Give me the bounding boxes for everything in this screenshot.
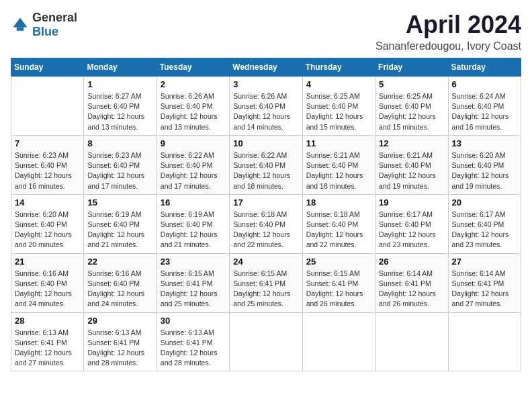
day-info: Sunrise: 6:14 AM Sunset: 6:41 PM Dayligh…	[452, 269, 517, 310]
day-number: 18	[306, 197, 371, 208]
day-info: Sunrise: 6:27 AM Sunset: 6:40 PM Dayligh…	[87, 91, 152, 132]
month-title: April 2024	[375, 11, 521, 39]
day-number: 24	[233, 257, 298, 267]
day-info: Sunrise: 6:22 AM Sunset: 6:40 PM Dayligh…	[161, 150, 226, 191]
day-info: Sunrise: 6:21 AM Sunset: 6:40 PM Dayligh…	[379, 150, 444, 191]
calendar-cell	[375, 312, 448, 371]
logo-icon	[11, 15, 30, 34]
day-info: Sunrise: 6:13 AM Sunset: 6:41 PM Dayligh…	[15, 328, 80, 369]
day-number: 23	[161, 257, 226, 267]
calendar-cell: 29Sunrise: 6:13 AM Sunset: 6:41 PM Dayli…	[84, 312, 157, 371]
calendar-week-4: 21Sunrise: 6:16 AM Sunset: 6:40 PM Dayli…	[11, 253, 521, 312]
calendar-cell: 22Sunrise: 6:16 AM Sunset: 6:40 PM Dayli…	[84, 253, 157, 312]
logo: General Blue	[11, 11, 77, 39]
day-info: Sunrise: 6:19 AM Sunset: 6:40 PM Dayligh…	[161, 210, 226, 250]
calendar-cell	[11, 77, 84, 136]
day-number: 10	[233, 138, 298, 148]
logo-text-blue: Blue	[32, 25, 58, 38]
day-number: 6	[452, 79, 517, 89]
col-header-tuesday: Tuesday	[157, 58, 229, 77]
calendar-cell: 19Sunrise: 6:17 AM Sunset: 6:40 PM Dayli…	[375, 194, 448, 253]
day-info: Sunrise: 6:21 AM Sunset: 6:40 PM Dayligh…	[306, 150, 371, 191]
day-info: Sunrise: 6:16 AM Sunset: 6:40 PM Dayligh…	[15, 269, 80, 310]
day-info: Sunrise: 6:26 AM Sunset: 6:40 PM Dayligh…	[233, 91, 298, 132]
calendar-cell: 4Sunrise: 6:25 AM Sunset: 6:40 PM Daylig…	[302, 77, 375, 136]
calendar-cell: 2Sunrise: 6:26 AM Sunset: 6:40 PM Daylig…	[157, 77, 229, 136]
calendar-cell: 20Sunrise: 6:17 AM Sunset: 6:40 PM Dayli…	[448, 194, 521, 253]
calendar-cell	[448, 312, 521, 371]
calendar-cell: 17Sunrise: 6:18 AM Sunset: 6:40 PM Dayli…	[230, 194, 302, 253]
col-header-thursday: Thursday	[302, 58, 375, 77]
day-number: 4	[306, 79, 371, 89]
day-number: 7	[15, 138, 80, 148]
calendar-cell: 27Sunrise: 6:14 AM Sunset: 6:41 PM Dayli…	[448, 253, 521, 312]
day-info: Sunrise: 6:18 AM Sunset: 6:40 PM Dayligh…	[233, 210, 298, 250]
calendar-cell: 18Sunrise: 6:18 AM Sunset: 6:40 PM Dayli…	[302, 194, 375, 253]
day-number: 12	[379, 138, 444, 148]
day-number: 28	[15, 316, 80, 326]
col-header-saturday: Saturday	[448, 58, 521, 77]
day-info: Sunrise: 6:15 AM Sunset: 6:41 PM Dayligh…	[233, 269, 298, 310]
day-number: 8	[87, 138, 152, 148]
day-info: Sunrise: 6:20 AM Sunset: 6:40 PM Dayligh…	[15, 210, 80, 250]
calendar-cell: 25Sunrise: 6:15 AM Sunset: 6:41 PM Dayli…	[302, 253, 375, 312]
day-number: 13	[452, 138, 517, 148]
calendar-cell: 12Sunrise: 6:21 AM Sunset: 6:40 PM Dayli…	[375, 135, 448, 194]
calendar-cell	[230, 312, 302, 371]
calendar-cell	[302, 312, 375, 371]
location-title: Sananferedougou, Ivory Coast	[375, 40, 521, 52]
day-number: 2	[161, 79, 226, 89]
calendar-cell: 24Sunrise: 6:15 AM Sunset: 6:41 PM Dayli…	[230, 253, 302, 312]
day-number: 25	[306, 257, 371, 267]
day-number: 9	[161, 138, 226, 148]
day-number: 29	[87, 316, 152, 326]
day-info: Sunrise: 6:25 AM Sunset: 6:40 PM Dayligh…	[306, 91, 371, 132]
day-info: Sunrise: 6:25 AM Sunset: 6:40 PM Dayligh…	[379, 91, 444, 132]
calendar-cell: 6Sunrise: 6:24 AM Sunset: 6:40 PM Daylig…	[448, 77, 521, 136]
day-info: Sunrise: 6:23 AM Sunset: 6:40 PM Dayligh…	[87, 150, 152, 191]
day-info: Sunrise: 6:22 AM Sunset: 6:40 PM Dayligh…	[233, 150, 298, 191]
day-number: 22	[87, 257, 152, 267]
day-number: 16	[161, 197, 226, 208]
col-header-friday: Friday	[375, 58, 448, 77]
day-info: Sunrise: 6:17 AM Sunset: 6:40 PM Dayligh…	[452, 210, 517, 250]
calendar-cell: 13Sunrise: 6:20 AM Sunset: 6:40 PM Dayli…	[448, 135, 521, 194]
svg-rect-1	[17, 28, 24, 31]
svg-marker-0	[13, 18, 28, 28]
calendar-cell: 3Sunrise: 6:26 AM Sunset: 6:40 PM Daylig…	[230, 77, 302, 136]
day-info: Sunrise: 6:23 AM Sunset: 6:40 PM Dayligh…	[15, 150, 80, 191]
title-block: April 2024 Sananferedougou, Ivory Coast	[375, 11, 521, 52]
day-number: 21	[15, 257, 80, 267]
day-info: Sunrise: 6:13 AM Sunset: 6:41 PM Dayligh…	[161, 328, 226, 369]
day-number: 20	[452, 197, 517, 208]
calendar-cell: 15Sunrise: 6:19 AM Sunset: 6:40 PM Dayli…	[84, 194, 157, 253]
calendar-week-1: 1Sunrise: 6:27 AM Sunset: 6:40 PM Daylig…	[11, 77, 521, 136]
day-number: 5	[379, 79, 444, 89]
calendar-cell: 9Sunrise: 6:22 AM Sunset: 6:40 PM Daylig…	[157, 135, 229, 194]
calendar-cell: 11Sunrise: 6:21 AM Sunset: 6:40 PM Dayli…	[302, 135, 375, 194]
calendar-week-3: 14Sunrise: 6:20 AM Sunset: 6:40 PM Dayli…	[11, 194, 521, 253]
page-header: General Blue April 2024 Sananferedougou,…	[11, 11, 521, 52]
day-number: 27	[452, 257, 517, 267]
calendar-cell: 1Sunrise: 6:27 AM Sunset: 6:40 PM Daylig…	[84, 77, 157, 136]
day-number: 26	[379, 257, 444, 267]
col-header-monday: Monday	[84, 58, 157, 77]
day-info: Sunrise: 6:24 AM Sunset: 6:40 PM Dayligh…	[452, 91, 517, 132]
calendar-table: SundayMondayTuesdayWednesdayThursdayFrid…	[11, 58, 521, 371]
day-number: 11	[306, 138, 371, 148]
day-info: Sunrise: 6:17 AM Sunset: 6:40 PM Dayligh…	[379, 210, 444, 250]
calendar-cell: 14Sunrise: 6:20 AM Sunset: 6:40 PM Dayli…	[11, 194, 84, 253]
day-info: Sunrise: 6:20 AM Sunset: 6:40 PM Dayligh…	[452, 150, 517, 191]
day-info: Sunrise: 6:14 AM Sunset: 6:41 PM Dayligh…	[379, 269, 444, 310]
calendar-cell: 26Sunrise: 6:14 AM Sunset: 6:41 PM Dayli…	[375, 253, 448, 312]
calendar-cell: 23Sunrise: 6:15 AM Sunset: 6:41 PM Dayli…	[157, 253, 229, 312]
calendar-cell: 28Sunrise: 6:13 AM Sunset: 6:41 PM Dayli…	[11, 312, 84, 371]
calendar-cell: 30Sunrise: 6:13 AM Sunset: 6:41 PM Dayli…	[157, 312, 229, 371]
calendar-cell: 8Sunrise: 6:23 AM Sunset: 6:40 PM Daylig…	[84, 135, 157, 194]
calendar-week-5: 28Sunrise: 6:13 AM Sunset: 6:41 PM Dayli…	[11, 312, 521, 371]
calendar-cell: 21Sunrise: 6:16 AM Sunset: 6:40 PM Dayli…	[11, 253, 84, 312]
day-info: Sunrise: 6:13 AM Sunset: 6:41 PM Dayligh…	[87, 328, 152, 369]
day-number: 14	[15, 197, 80, 208]
calendar-cell: 7Sunrise: 6:23 AM Sunset: 6:40 PM Daylig…	[11, 135, 84, 194]
calendar-cell: 5Sunrise: 6:25 AM Sunset: 6:40 PM Daylig…	[375, 77, 448, 136]
